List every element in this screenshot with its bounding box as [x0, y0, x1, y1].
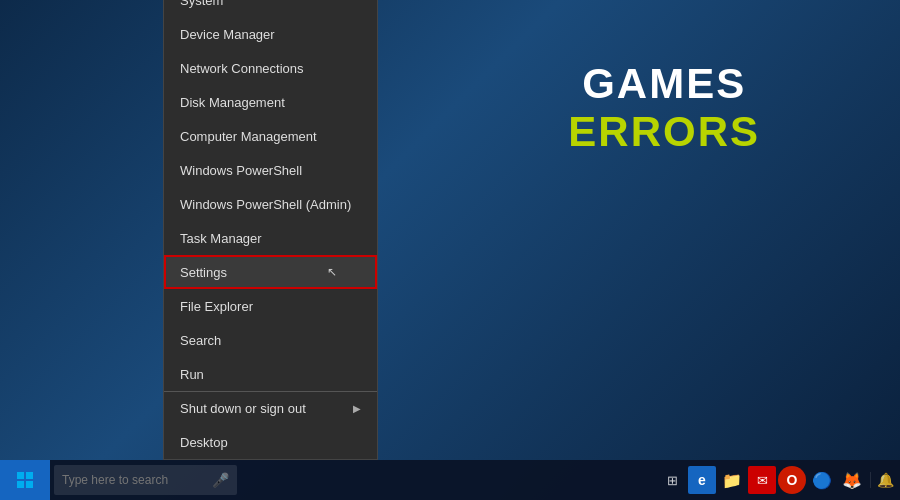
tray-notification-icon[interactable]: 🔔: [877, 472, 894, 488]
menu-item-label-shut-down: Shut down or sign out: [180, 401, 306, 416]
menu-item-disk-management[interactable]: Disk Management: [164, 85, 377, 119]
file-explorer-icon[interactable]: 📁: [718, 466, 746, 494]
brand-games: GAMES: [568, 60, 760, 108]
chrome-icon[interactable]: 🔵: [808, 466, 836, 494]
menu-item-windows-powershell[interactable]: Windows PowerShell: [164, 153, 377, 187]
menu-item-windows-powershell-admin[interactable]: Windows PowerShell (Admin): [164, 187, 377, 221]
opera-icon[interactable]: O: [778, 466, 806, 494]
brand-container: GAMES ERRORS: [568, 60, 760, 156]
menu-item-desktop[interactable]: Desktop: [164, 425, 377, 459]
menu-item-label-network-connections: Network Connections: [180, 61, 304, 76]
menu-item-network-connections[interactable]: Network Connections: [164, 51, 377, 85]
menu-item-label-windows-powershell-admin: Windows PowerShell (Admin): [180, 197, 351, 212]
firefox-icon[interactable]: 🦊: [838, 466, 866, 494]
cursor-indicator: ↖: [327, 265, 337, 279]
context-menu: Apps and FeaturesPower OptionsEvent View…: [163, 0, 378, 460]
menu-item-label-device-manager: Device Manager: [180, 27, 275, 42]
search-bar[interactable]: 🎤: [54, 465, 237, 495]
menu-item-label-task-manager: Task Manager: [180, 231, 262, 246]
windows-logo-icon: [17, 472, 33, 488]
menu-item-settings[interactable]: Settings↖: [164, 255, 377, 289]
menu-item-label-windows-powershell: Windows PowerShell: [180, 163, 302, 178]
menu-item-task-manager[interactable]: Task Manager: [164, 221, 377, 255]
search-input[interactable]: [62, 473, 212, 487]
system-tray: 🔔: [870, 472, 900, 488]
menu-item-label-settings: Settings: [180, 265, 227, 280]
menu-item-label-computer-management: Computer Management: [180, 129, 317, 144]
menu-item-label-disk-management: Disk Management: [180, 95, 285, 110]
taskbar: 🎤 ⊞ e 📁 ✉ O 🔵 🦊 🔔: [0, 460, 900, 500]
taskbar-left: 🎤: [0, 460, 237, 500]
mail-icon[interactable]: ✉: [748, 466, 776, 494]
menu-item-file-explorer[interactable]: File Explorer: [164, 289, 377, 323]
microphone-icon: 🎤: [212, 472, 229, 488]
menu-item-device-manager[interactable]: Device Manager: [164, 17, 377, 51]
menu-item-label-file-explorer: File Explorer: [180, 299, 253, 314]
brand-errors: ERRORS: [568, 108, 760, 156]
edge-icon[interactable]: e: [688, 466, 716, 494]
task-view-button[interactable]: ⊞: [658, 466, 686, 494]
menu-item-shut-down[interactable]: Shut down or sign out▶: [164, 391, 377, 425]
menu-item-run[interactable]: Run: [164, 357, 377, 391]
start-button[interactable]: [0, 460, 50, 500]
menu-item-label-desktop: Desktop: [180, 435, 228, 450]
menu-item-label-system: System: [180, 0, 223, 8]
menu-item-label-run: Run: [180, 367, 204, 382]
submenu-arrow-icon: ▶: [353, 403, 361, 414]
menu-item-search[interactable]: Search: [164, 323, 377, 357]
menu-item-computer-management[interactable]: Computer Management: [164, 119, 377, 153]
menu-item-label-search: Search: [180, 333, 221, 348]
menu-item-system[interactable]: System: [164, 0, 377, 17]
desktop: [0, 0, 900, 500]
